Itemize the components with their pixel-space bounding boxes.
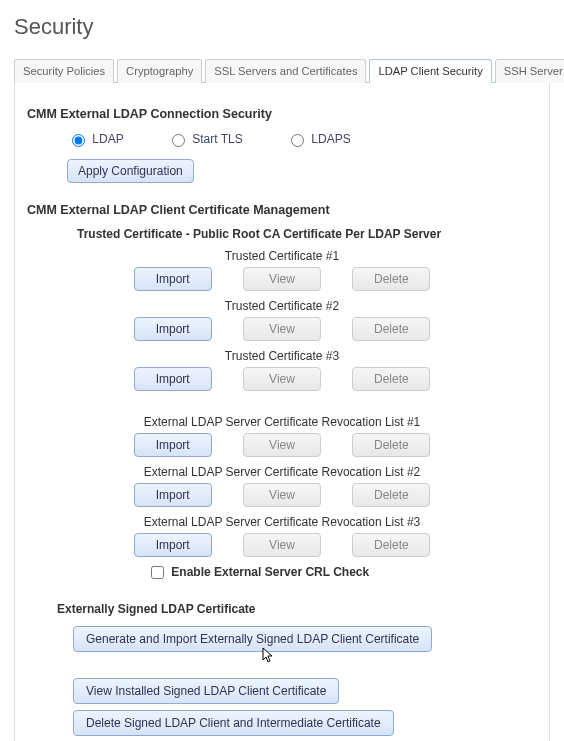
trusted-cert-1-view-button[interactable]: View bbox=[243, 267, 321, 291]
crl-2-view-button[interactable]: View bbox=[243, 483, 321, 507]
crl-3-delete-button[interactable]: Delete bbox=[352, 533, 430, 557]
trusted-cert-3-import-button[interactable]: Import bbox=[134, 367, 212, 391]
radio-ldaps[interactable] bbox=[291, 134, 304, 147]
radio-ldap-text: LDAP bbox=[92, 132, 123, 146]
trusted-cert-3-label: Trusted Certificate #3 bbox=[27, 349, 537, 363]
radio-ldaps-text: LDAPS bbox=[311, 132, 350, 146]
radio-starttls-text: Start TLS bbox=[192, 132, 242, 146]
radio-starttls[interactable] bbox=[172, 134, 185, 147]
radio-starttls-label[interactable]: Start TLS bbox=[167, 132, 246, 146]
crl-2-delete-button[interactable]: Delete bbox=[352, 483, 430, 507]
delete-signed-cert-button[interactable]: Delete Signed LDAP Client and Intermedia… bbox=[73, 710, 394, 736]
crl-3-import-button[interactable]: Import bbox=[134, 533, 212, 557]
crl-3-label: External LDAP Server Certificate Revocat… bbox=[27, 515, 537, 529]
trusted-cert-2-view-button[interactable]: View bbox=[243, 317, 321, 341]
trusted-cert-2-import-button[interactable]: Import bbox=[134, 317, 212, 341]
trusted-cert-1-delete-button[interactable]: Delete bbox=[352, 267, 430, 291]
trusted-cert-1-label: Trusted Certificate #1 bbox=[27, 249, 537, 263]
trusted-cert-1-import-button[interactable]: Import bbox=[134, 267, 212, 291]
trusted-cert-2-label: Trusted Certificate #2 bbox=[27, 299, 537, 313]
tab-ssl-servers[interactable]: SSL Servers and Certificates bbox=[205, 59, 366, 83]
crl-1-delete-button[interactable]: Delete bbox=[352, 433, 430, 457]
enable-crl-checkbox[interactable] bbox=[151, 566, 164, 579]
tab-ldap-client-security[interactable]: LDAP Client Security bbox=[369, 59, 491, 83]
tab-strip: Security Policies Cryptography SSL Serve… bbox=[14, 58, 550, 83]
tab-security-policies[interactable]: Security Policies bbox=[14, 59, 114, 83]
ext-signed-heading: Externally Signed LDAP Certificate bbox=[57, 602, 537, 616]
crl-3-view-button[interactable]: View bbox=[243, 533, 321, 557]
radio-ldaps-label[interactable]: LDAPS bbox=[286, 132, 351, 146]
radio-ldap-label[interactable]: LDAP bbox=[67, 132, 127, 146]
generate-import-cert-button[interactable]: Generate and Import Externally Signed LD… bbox=[73, 626, 432, 652]
trusted-cert-3-view-button[interactable]: View bbox=[243, 367, 321, 391]
conn-security-radios: LDAP Start TLS LDAPS bbox=[67, 131, 537, 147]
cert-mgmt-heading: CMM External LDAP Client Certificate Man… bbox=[27, 203, 537, 217]
apply-configuration-button[interactable]: Apply Configuration bbox=[67, 159, 194, 183]
crl-1-import-button[interactable]: Import bbox=[134, 433, 212, 457]
trusted-cert-heading: Trusted Certificate - Public Root CA Cer… bbox=[77, 227, 537, 241]
tab-ssh-server[interactable]: SSH Server bbox=[495, 59, 564, 83]
radio-ldap[interactable] bbox=[72, 134, 85, 147]
crl-2-import-button[interactable]: Import bbox=[134, 483, 212, 507]
page-title: Security bbox=[14, 14, 550, 40]
trusted-cert-2-delete-button[interactable]: Delete bbox=[352, 317, 430, 341]
panel-ldap-client-security: CMM External LDAP Connection Security LD… bbox=[14, 83, 550, 741]
enable-crl-label: Enable External Server CRL Check bbox=[171, 565, 369, 579]
crl-2-label: External LDAP Server Certificate Revocat… bbox=[27, 465, 537, 479]
crl-1-view-button[interactable]: View bbox=[243, 433, 321, 457]
trusted-cert-3-delete-button[interactable]: Delete bbox=[352, 367, 430, 391]
view-installed-cert-button[interactable]: View Installed Signed LDAP Client Certif… bbox=[73, 678, 339, 704]
crl-1-label: External LDAP Server Certificate Revocat… bbox=[27, 415, 537, 429]
tab-cryptography[interactable]: Cryptography bbox=[117, 59, 202, 83]
conn-security-heading: CMM External LDAP Connection Security bbox=[27, 107, 537, 121]
